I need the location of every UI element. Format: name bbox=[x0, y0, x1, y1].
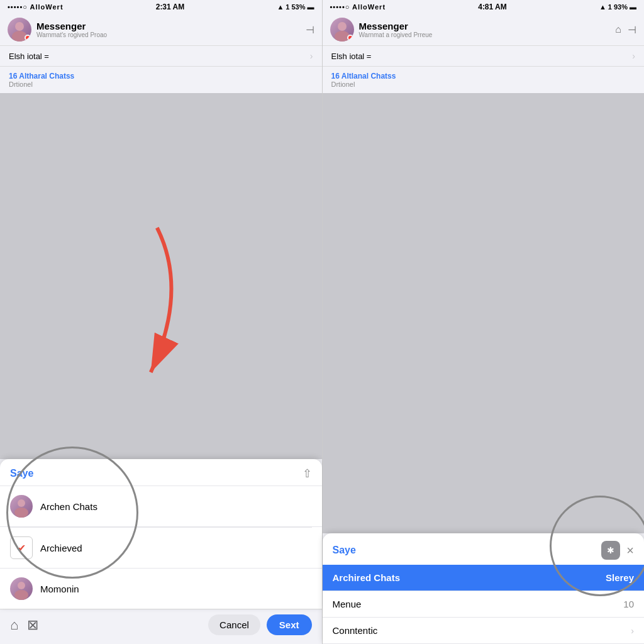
left-sheet-list: Archen Chats ✔ Archieved bbox=[0, 486, 322, 609]
left-chats-subtitle: 16 Altharal Chatss bbox=[9, 72, 313, 80]
left-sheet-share-icon[interactable]: ⇧ bbox=[303, 467, 312, 480]
right-sheet-actions: ✱ × bbox=[601, 541, 634, 560]
item-avatar-3 bbox=[10, 577, 33, 600]
right-bottom-sheet: Saye ✱ × Archired Chats Slerey Menue 10 … bbox=[323, 533, 645, 644]
table-row-label-1: Archired Chats bbox=[333, 572, 606, 583]
item-label-1: Archen Chats bbox=[40, 501, 97, 512]
right-header-subtitle: Warnmat a rogived Prreue bbox=[359, 31, 611, 38]
right-section-label: Elsh iotal = bbox=[331, 52, 372, 61]
left-signal: •••••○ AlloWert bbox=[8, 3, 64, 11]
right-header-icon1[interactable]: ⌂ bbox=[615, 24, 621, 36]
item-label-3: Momonin bbox=[40, 584, 79, 594]
right-section-row[interactable]: Elsh iotal = › bbox=[323, 46, 645, 67]
table-row[interactable]: Conntentic › bbox=[323, 618, 645, 644]
svg-point-7 bbox=[338, 22, 347, 31]
table-row-chevron-3: › bbox=[631, 626, 634, 636]
right-status-bar: •••••○ AlloWert 4:81 AM ▲ 1 93% ▬ bbox=[323, 0, 645, 14]
left-header-title: Messenger bbox=[36, 21, 301, 31]
left-section-chevron: › bbox=[310, 51, 313, 61]
right-phone-screen: •••••○ AlloWert 4:81 AM ▲ 1 93% ▬ Me bbox=[323, 0, 645, 644]
right-app-header: Messenger Warnmat a rogived Prreue ⌂ ⊣ bbox=[323, 14, 645, 46]
right-sheet-action-icon[interactable]: ✱ bbox=[601, 541, 620, 560]
right-sheet-close-btn[interactable]: × bbox=[626, 543, 634, 558]
left-app-header: Messenger Warnmat's rogived Proao ⊣ bbox=[0, 14, 322, 46]
right-header-title: Messenger bbox=[359, 21, 611, 31]
toolbar-compose-icon[interactable]: ⊠ bbox=[27, 617, 38, 633]
right-sheet-header: Saye ✱ × bbox=[323, 533, 645, 565]
right-avatar bbox=[330, 18, 354, 42]
svg-point-0 bbox=[15, 22, 24, 31]
right-battery: 93% bbox=[614, 3, 628, 11]
right-grey-area bbox=[323, 93, 645, 533]
right-chats-area: 16 Altlanal Chatss Drtionel bbox=[323, 67, 645, 93]
left-sheet-header: Saye ⇧ bbox=[0, 459, 322, 486]
left-grey-area bbox=[0, 93, 322, 459]
right-section-chevron: › bbox=[632, 51, 635, 61]
right-signal2: ▲ 1 bbox=[599, 3, 612, 11]
left-avatar-dot bbox=[25, 35, 31, 41]
left-battery-area: ▲ 1 53% ▬ bbox=[277, 3, 314, 11]
left-bottom-sheet: Saye ⇧ Archen Chats bbox=[0, 459, 322, 609]
left-chats-detail: Drtionel bbox=[9, 80, 313, 88]
table-row-value-1: Slerey bbox=[606, 572, 634, 583]
table-row-label-3: Conntentic bbox=[333, 625, 631, 636]
left-phone-screen: •••••○ AlloWert 2:31 AM ▲ 1 53% ▬ Me bbox=[0, 0, 323, 644]
item-label-2: Archieved bbox=[40, 543, 82, 553]
right-chats-detail: Drtionel bbox=[331, 80, 636, 88]
cancel-button[interactable]: Cancel bbox=[208, 614, 260, 635]
right-chats-subtitle: 16 Altlanal Chatss bbox=[331, 72, 636, 80]
table-row-value-2: 10 bbox=[623, 599, 634, 609]
next-button[interactable]: Sext bbox=[267, 614, 312, 635]
toolbar-home-icon[interactable]: ⌂ bbox=[10, 617, 18, 633]
list-item[interactable]: ✔ Archieved bbox=[0, 528, 322, 569]
left-section-label: Elsh iotal = bbox=[9, 52, 49, 61]
right-battery-icon: ▬ bbox=[630, 3, 636, 11]
left-avatar bbox=[8, 18, 31, 42]
left-status-bar: •••••○ AlloWert 2:31 AM ▲ 1 53% ▬ bbox=[0, 0, 322, 14]
right-header-title-group: Messenger Warnmat a rogived Prreue bbox=[359, 21, 611, 38]
right-sheet-title: Saye bbox=[333, 545, 356, 556]
left-sheet-title: Saye bbox=[10, 468, 33, 479]
right-battery-area: ▲ 1 93% ▬ bbox=[599, 3, 636, 11]
left-header-title-group: Messenger Warnmat's rogived Proao bbox=[36, 21, 301, 38]
left-time: 2:31 AM bbox=[156, 3, 185, 11]
right-header-icon2[interactable]: ⊣ bbox=[628, 24, 636, 36]
item-avatar-1 bbox=[10, 495, 33, 518]
list-item[interactable]: Archen Chats bbox=[0, 486, 322, 527]
left-header-icon1[interactable]: ⊣ bbox=[306, 24, 314, 36]
table-row[interactable]: Menue 10 bbox=[323, 591, 645, 618]
list-item[interactable]: Momonin bbox=[0, 569, 322, 609]
left-section-row[interactable]: Elsh iotal = › bbox=[0, 46, 322, 67]
left-bottom-toolbar: ⌂ ⊠ Cancel Sext bbox=[0, 609, 322, 644]
svg-point-6 bbox=[14, 590, 28, 600]
left-signal2: ▲ 1 bbox=[277, 3, 289, 11]
right-header-icons: ⌂ ⊣ bbox=[615, 24, 636, 36]
item-checkbox-icon: ✔ bbox=[10, 536, 33, 559]
table-row[interactable]: Archired Chats Slerey bbox=[323, 565, 645, 591]
right-signal: •••••○ AlloWert bbox=[330, 3, 386, 11]
left-chats-area: 16 Altharal Chatss Drtionel bbox=[0, 67, 322, 93]
left-battery-icon: ▬ bbox=[308, 3, 314, 11]
right-avatar-dot bbox=[347, 35, 353, 41]
svg-point-5 bbox=[18, 582, 25, 589]
right-time: 4:81 AM bbox=[478, 3, 507, 11]
left-header-subtitle: Warnmat's rogived Proao bbox=[36, 31, 301, 38]
svg-point-3 bbox=[18, 499, 25, 507]
left-battery: 53% bbox=[291, 3, 305, 11]
table-row-label-2: Menue bbox=[333, 599, 624, 609]
svg-point-4 bbox=[14, 508, 28, 518]
left-header-icons: ⊣ bbox=[306, 24, 314, 36]
